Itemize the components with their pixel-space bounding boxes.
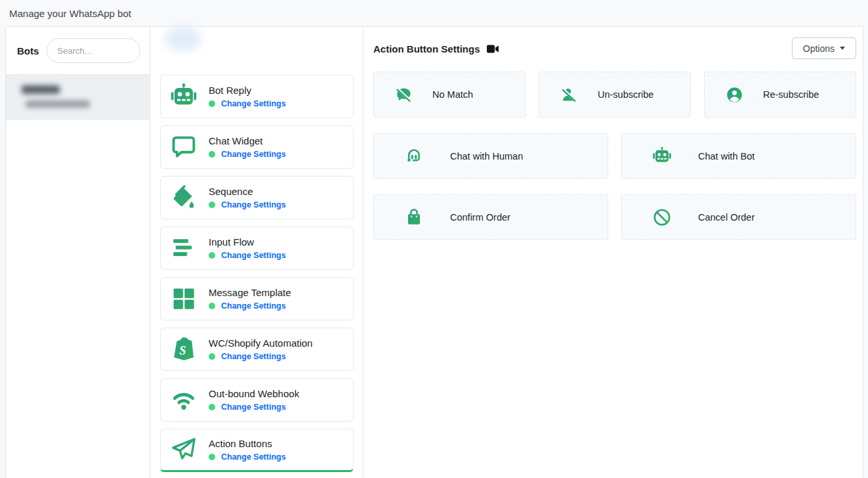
card-title: Bot Reply — [209, 85, 286, 96]
person-slash-icon — [559, 85, 579, 104]
action-label: Confirm Order — [450, 212, 510, 223]
shopify-icon: S — [169, 335, 198, 364]
status-dot — [209, 100, 215, 107]
card-title: Sequence — [209, 186, 286, 197]
robot-icon — [652, 146, 672, 166]
status-dot — [209, 454, 215, 460]
change-settings-link[interactable]: Change Settings — [221, 99, 286, 108]
headset-icon — [404, 146, 424, 166]
options-label: Options — [803, 43, 835, 54]
settings-card-shopify[interactable]: S WC/Shopify Automation Change Settings — [160, 328, 354, 371]
settings-card-action-buttons[interactable]: Action Buttons Change Settings — [160, 429, 354, 472]
settings-card-bot-reply[interactable]: Bot Reply Change Settings — [160, 75, 354, 118]
bot-list-item-selected[interactable] — [6, 74, 150, 120]
action-card-unsubscribe[interactable]: Un-subscribe — [539, 72, 691, 118]
settings-card-chat-widget[interactable]: Chat Widget Change Settings — [160, 125, 354, 169]
shopping-bag-icon — [404, 207, 424, 227]
status-dot — [209, 202, 215, 208]
paint-bucket-icon — [169, 183, 198, 212]
change-settings-link[interactable]: Change Settings — [221, 352, 286, 361]
card-title: WC/Shopify Automation — [209, 337, 312, 349]
change-settings-link[interactable]: Change Settings — [221, 301, 286, 311]
action-card-resubscribe[interactable]: Re-subscribe — [704, 72, 856, 118]
card-title: Out-bound Webhook — [209, 388, 299, 399]
settings-card-message-template[interactable]: Message Template Change Settings — [160, 277, 354, 320]
action-label: Un-subscribe — [598, 89, 653, 100]
bars-icon — [169, 234, 198, 263]
status-dot — [209, 303, 215, 309]
action-card-chat-with-human[interactable]: Chat with Human — [373, 133, 608, 179]
grid-icon — [169, 284, 198, 313]
paper-plane-icon — [169, 435, 198, 464]
chat-bubble-icon — [169, 133, 198, 162]
bots-title: Bots — [17, 45, 39, 56]
redacted-bot-name — [22, 85, 60, 94]
status-dot — [209, 151, 215, 158]
status-dot — [209, 404, 215, 410]
change-settings-link[interactable]: Change Settings — [221, 150, 286, 159]
card-title: Input Flow — [209, 236, 286, 248]
options-button[interactable]: Options — [792, 37, 856, 59]
chat-slash-icon — [394, 85, 413, 104]
action-card-cancel-order[interactable]: Cancel Order — [621, 194, 856, 240]
page-title: Manage your WhatsApp bot — [9, 8, 131, 19]
action-label: Chat with Human — [450, 151, 523, 162]
settings-card-webhook[interactable]: Out-bound Webhook Change Settings — [160, 378, 354, 422]
video-camera-icon[interactable] — [487, 45, 499, 53]
change-settings-link[interactable]: Change Settings — [221, 251, 286, 260]
action-card-confirm-order[interactable]: Confirm Order — [373, 194, 608, 240]
settings-card-input-flow[interactable]: Input Flow Change Settings — [160, 227, 354, 270]
redacted-avatar-blob — [165, 27, 201, 51]
card-title: Message Template — [209, 287, 291, 298]
settings-card-list: Bot Reply Change Settings Chat Widget Ch… — [150, 27, 363, 478]
sidebar-header: Bots — [6, 27, 150, 74]
change-settings-link[interactable]: Change Settings — [221, 452, 286, 462]
change-settings-link[interactable]: Change Settings — [221, 402, 286, 412]
status-dot — [209, 252, 215, 259]
action-button-settings-panel: Action Button Settings Options — [363, 27, 865, 478]
action-card-chat-with-bot[interactable]: Chat with Bot — [621, 133, 856, 179]
action-label: Cancel Order — [698, 212, 754, 223]
search-input[interactable] — [47, 38, 140, 63]
action-label: No Match — [432, 89, 473, 100]
robot-icon — [169, 82, 198, 111]
card-title: Chat Widget — [209, 135, 286, 146]
card-title: Action Buttons — [209, 438, 286, 449]
status-dot — [209, 353, 215, 360]
svg-text:S: S — [179, 344, 186, 357]
slash-circle-icon — [652, 207, 672, 227]
top-bar: Manage your WhatsApp bot — [0, 0, 868, 26]
chevron-down-icon — [840, 47, 845, 50]
action-label: Re-subscribe — [763, 89, 819, 100]
change-settings-link[interactable]: Change Settings — [221, 200, 286, 209]
panel-title: Action Button Settings — [373, 43, 480, 54]
person-circle-icon — [724, 85, 744, 104]
bots-sidebar: Bots — [6, 27, 150, 478]
main-panel: Bots Bot Reply — [5, 26, 863, 478]
redacted-bot-phone — [26, 100, 90, 108]
wifi-icon — [169, 385, 198, 414]
action-label: Chat with Bot — [698, 151, 754, 162]
settings-card-sequence[interactable]: Sequence Change Settings — [160, 176, 354, 219]
action-card-no-match[interactable]: No Match — [373, 72, 526, 118]
